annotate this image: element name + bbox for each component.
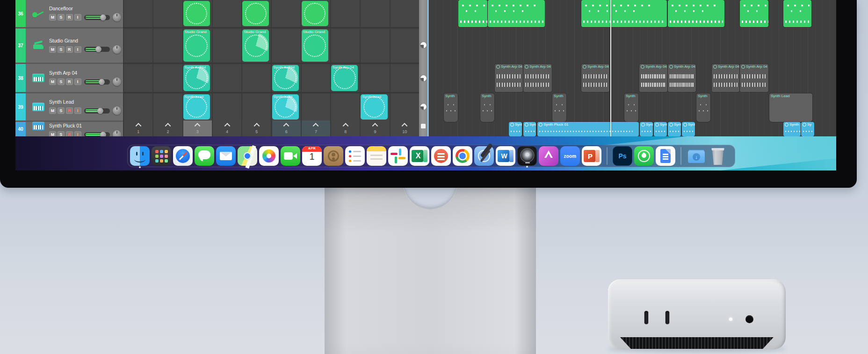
track-m-button[interactable]: M <box>49 14 56 21</box>
scene-trigger-2[interactable]: 2 <box>152 120 182 136</box>
scene-trigger-8[interactable]: 8 <box>330 120 360 136</box>
mail-dock-icon[interactable] <box>216 146 236 166</box>
volume-knob[interactable] <box>95 46 101 52</box>
track-header-36[interactable]: 36DancefloorMSRI <box>15 0 123 27</box>
grid-divider[interactable] <box>419 0 427 136</box>
track-s-button[interactable]: S <box>58 107 65 114</box>
region-synth[interactable]: Synth <box>624 93 638 122</box>
volume-knob[interactable] <box>97 108 103 114</box>
playhead[interactable] <box>610 0 611 136</box>
scene-trigger-3[interactable]: 3 <box>182 120 212 136</box>
region-synth-arp-04[interactable]: Synth Arp 04 <box>668 64 696 92</box>
loop-cell[interactable]: Synth Arp 04 <box>183 65 210 91</box>
track-s-button[interactable]: S <box>58 46 65 53</box>
photos-dock-icon[interactable] <box>259 146 279 166</box>
region-synt[interactable]: Synt <box>523 122 536 136</box>
track-m-button[interactable]: M <box>49 107 56 114</box>
chrome-dock-icon[interactable] <box>453 146 472 166</box>
chat-dock-icon[interactable] <box>431 146 451 166</box>
loop-cell[interactable] <box>302 1 328 26</box>
track-s-button[interactable]: S <box>58 14 65 21</box>
region-synth[interactable]: Synth <box>552 93 566 122</box>
region-midi[interactable] <box>668 0 724 27</box>
volume-slider[interactable] <box>84 108 110 113</box>
loop-cell[interactable]: Synth Arp 04 <box>331 65 358 91</box>
track-m-button[interactable]: M <box>49 46 56 53</box>
gdocs-dock-icon[interactable] <box>656 146 675 166</box>
loop-cell[interactable]: Synth Lead <box>361 94 387 120</box>
scene-trigger-6[interactable]: 6 <box>271 120 301 136</box>
region-sy[interactable]: Sy <box>801 122 814 136</box>
region-synt[interactable]: Synt <box>682 122 695 136</box>
reminders-dock-icon[interactable] <box>345 146 365 166</box>
affinity-dock-icon[interactable] <box>539 146 558 166</box>
region-synth[interactable]: Synth <box>783 122 801 136</box>
track-r-button[interactable]: R <box>66 78 73 85</box>
scene-trigger-1[interactable]: 1 <box>123 120 152 136</box>
stop-all-button[interactable] <box>421 124 426 128</box>
notes-dock-icon[interactable] <box>367 146 386 166</box>
track-header-40[interactable]: 40Synth Pluck 01MSRI <box>15 122 123 136</box>
track-r-button[interactable]: R <box>66 107 73 114</box>
scene-trigger-5[interactable]: 5 <box>241 120 271 136</box>
loop-cell[interactable]: Synth Lead <box>272 94 299 120</box>
region-synth-pluck-01[interactable]: Synth Pluck 01 <box>537 122 639 136</box>
region-synth-lead[interactable]: Synth Lead <box>769 93 812 122</box>
tracks-area[interactable]: Synth Arp 04Synth Arp 04Synth Arp 04Synt… <box>428 0 836 136</box>
volume-slider[interactable] <box>84 79 110 85</box>
track-i-button[interactable]: I <box>74 131 81 136</box>
region-synt[interactable]: Synt <box>654 122 667 136</box>
downloads-dock-icon[interactable]: ↓ <box>687 146 706 166</box>
pan-knob[interactable] <box>113 130 121 136</box>
track-header-39[interactable]: 39Synth LeadMSRI <box>15 93 123 120</box>
volume-slider[interactable] <box>84 15 110 20</box>
scene-trigger-10[interactable]: 10 <box>390 120 419 136</box>
powerpoint-dock-icon[interactable]: P <box>582 146 601 166</box>
region-synt[interactable]: Synt <box>640 122 653 136</box>
track-header-37[interactable]: 37Studio GrandMSRI <box>15 28 123 63</box>
contacts-dock-icon[interactable] <box>324 146 343 166</box>
region-synth-arp-04[interactable]: Synth Arp 04 <box>523 64 552 92</box>
track-s-button[interactable]: S <box>58 131 65 136</box>
calendar-dock-icon[interactable]: APR1 <box>302 146 322 166</box>
pan-knob[interactable] <box>113 13 121 21</box>
photoshop-dock-icon[interactable]: Ps <box>613 146 632 166</box>
word-dock-icon[interactable]: W <box>496 146 515 166</box>
loop-cell[interactable] <box>183 1 210 26</box>
region-synth[interactable]: Synth <box>480 93 494 122</box>
loop-cell[interactable]: Synth Arp 04 <box>272 65 299 91</box>
region-synt[interactable]: Synt <box>668 122 681 136</box>
xcode-dock-icon[interactable] <box>474 146 494 166</box>
logic-dock-icon[interactable] <box>517 146 537 166</box>
region-synt[interactable]: Synt <box>509 122 522 136</box>
loop-cell[interactable]: Studio Grand <box>302 29 328 62</box>
loop-cell[interactable]: Synth Lead <box>183 94 210 120</box>
region-synth-arp-04[interactable]: Synth Arp 04 <box>712 64 739 92</box>
region-midi[interactable] <box>581 0 667 27</box>
track-i-button[interactable]: I <box>74 78 81 85</box>
scene-trigger-4[interactable]: 4 <box>212 120 241 136</box>
loop-cell[interactable]: Studio Grand <box>242 29 269 62</box>
facetime-dock-icon[interactable] <box>281 146 300 166</box>
region-midi[interactable] <box>740 0 768 27</box>
region-synth-arp-04[interactable]: Synth Arp 04 <box>639 64 667 92</box>
region-synth[interactable]: Synth <box>444 93 458 122</box>
pan-knob[interactable] <box>113 45 121 54</box>
loop-cell[interactable]: Studio Grand <box>183 29 210 62</box>
region-midi[interactable] <box>488 0 545 27</box>
track-r-button[interactable]: R <box>66 14 73 21</box>
trash-dock-icon[interactable] <box>708 146 728 166</box>
region-midi[interactable] <box>783 0 811 27</box>
volume-slider[interactable] <box>84 132 110 137</box>
region-synth-arp-04[interactable]: Synth Arp 04 <box>740 64 768 92</box>
volume-knob[interactable] <box>99 79 105 85</box>
track-header-38[interactable]: 38Synth Arp 04MSRI <box>15 64 123 92</box>
track-r-button[interactable]: R <box>66 46 73 53</box>
track-m-button[interactable]: M <box>49 131 56 136</box>
whatsapp-dock-icon[interactable] <box>634 146 654 166</box>
region-synth-arp-04[interactable]: Synth Arp 04 <box>495 64 523 92</box>
track-i-button[interactable]: I <box>74 14 81 21</box>
scene-trigger-9[interactable]: 9 <box>360 120 389 136</box>
pan-knob[interactable] <box>113 106 121 115</box>
track-m-button[interactable]: M <box>49 78 56 85</box>
